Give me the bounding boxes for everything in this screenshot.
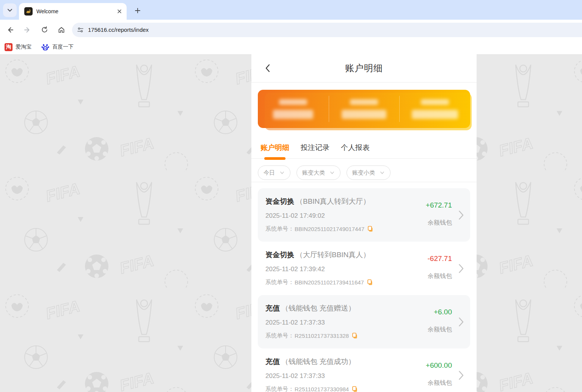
back-button[interactable] <box>4 23 17 36</box>
order-number-value: R2511021737330984 <box>295 386 349 392</box>
chevron-down-icon <box>279 170 285 175</box>
account-detail-panel: 账户明细 账户明细 投注记录 个人报表 今日 <box>251 54 477 392</box>
tab-close-icon[interactable] <box>116 8 123 15</box>
transaction-subtitle: （钱能钱包 充值成功） <box>281 358 355 365</box>
copy-icon <box>352 333 358 339</box>
transaction-row[interactable]: 资金切换（BBIN真人转到大厅） 2025-11-02 17:49:02 系统单… <box>258 188 470 242</box>
url-text: 175616.cc/reports/index <box>88 27 149 33</box>
tab-personal-report[interactable]: 个人报表 <box>341 137 370 158</box>
summary-stat-blurred <box>258 90 329 128</box>
bookmark-label: 爱淘宝 <box>16 44 31 50</box>
arrow-right-icon <box>24 26 31 34</box>
filter-minor-type-dropdown[interactable]: 账变小类 <box>347 166 391 180</box>
filter-label: 账变小类 <box>352 169 375 176</box>
chevron-right-icon <box>458 264 464 273</box>
chevron-right-icon <box>458 370 464 380</box>
chevron-down-icon <box>380 170 385 175</box>
filter-date-dropdown[interactable]: 今日 <box>258 166 290 180</box>
transaction-amount-block: +600.00 余额钱包 <box>426 361 452 387</box>
chevron-right-icon <box>458 317 464 327</box>
blurred-stat-label <box>279 99 307 105</box>
back-nav-button[interactable] <box>262 62 273 74</box>
copy-button[interactable] <box>367 279 373 286</box>
filter-label: 账变大类 <box>302 169 325 176</box>
browser-tab[interactable]: Welcome <box>19 3 127 20</box>
page-background: FIFA <box>0 54 582 392</box>
reload-button[interactable] <box>38 23 51 36</box>
bookmark-baidu[interactable]: du 百度一下 <box>41 43 74 51</box>
transaction-row[interactable]: 充值（钱能钱包 充值赠送） 2025-11-02 17:37:33 系统单号：R… <box>258 295 470 348</box>
tab-search-button[interactable] <box>3 3 17 17</box>
browser-toolbar: 175616.cc/reports/index <box>0 20 582 40</box>
wallet-label: 余额钱包 <box>428 326 452 334</box>
transaction-subtitle: （BBIN真人转到大厅） <box>296 197 370 205</box>
copy-button[interactable] <box>352 333 358 339</box>
chevron-down-icon <box>7 7 13 13</box>
tab-title: Welcome <box>36 8 116 14</box>
transaction-list: 资金切换（BBIN真人转到大厅） 2025-11-02 17:49:02 系统单… <box>251 182 477 392</box>
bookmarks-bar: 淘 爱淘宝 du 百度一下 <box>0 40 582 54</box>
transaction-amount: +672.71 <box>426 201 452 209</box>
blurred-stat-label <box>350 99 378 105</box>
transaction-type: 充值 <box>265 304 280 312</box>
transaction-amount-block: +672.71 余额钱包 <box>426 201 452 227</box>
panel-header: 账户明细 <box>251 54 477 83</box>
transaction-subtitle: （钱能钱包 充值赠送） <box>281 304 355 312</box>
plus-icon <box>135 8 141 14</box>
report-tabs: 账户明细 投注记录 个人报表 <box>251 137 477 159</box>
transaction-amount: +600.00 <box>426 361 452 370</box>
order-number-value: BBIN202511021749017447 <box>295 226 364 232</box>
copy-button[interactable] <box>367 226 373 232</box>
bookmark-taobao[interactable]: 淘 爱淘宝 <box>5 43 31 51</box>
new-tab-button[interactable] <box>133 6 143 16</box>
transaction-row[interactable]: 资金切换（大厅转到BBIN真人） 2025-11-02 17:39:42 系统单… <box>258 242 470 295</box>
filter-label: 今日 <box>264 169 275 176</box>
order-number-label: 系统单号： <box>265 332 294 339</box>
blurred-stat-value <box>342 110 386 119</box>
taobao-icon: 淘 <box>5 43 13 51</box>
filters-row: 今日 账变大类 账变小类 <box>251 159 477 182</box>
forward-button[interactable] <box>21 23 34 36</box>
copy-button[interactable] <box>352 386 358 392</box>
transaction-amount: -627.71 <box>428 255 452 263</box>
address-bar[interactable]: 175616.cc/reports/index <box>72 23 582 37</box>
wallet-label: 余额钱包 <box>428 272 452 280</box>
tab-bet-records[interactable]: 投注记录 <box>301 137 329 158</box>
wallet-label: 余额钱包 <box>426 379 452 387</box>
order-number-value: R2511021737331328 <box>295 333 349 339</box>
chevron-left-icon <box>264 64 271 73</box>
transaction-type: 资金切换 <box>265 197 294 205</box>
browser-tab-strip: Welcome <box>0 0 582 20</box>
summary-stat-blurred <box>399 90 470 128</box>
bookmark-label: 百度一下 <box>52 44 74 50</box>
baidu-paw-icon: du <box>41 43 49 51</box>
copy-icon <box>367 279 373 286</box>
chevron-right-icon <box>458 210 464 220</box>
summary-stat-blurred <box>329 90 400 128</box>
account-summary-card <box>258 90 470 128</box>
order-number-label: 系统单号： <box>265 279 294 286</box>
site-info-icon[interactable] <box>77 26 84 34</box>
transaction-type: 充值 <box>265 358 280 365</box>
wallet-label: 余额钱包 <box>426 219 452 227</box>
copy-icon <box>367 226 373 232</box>
transaction-amount-block: +6.00 余额钱包 <box>428 308 452 334</box>
transaction-amount-block: -627.71 余额钱包 <box>428 255 452 280</box>
reload-icon <box>41 26 48 33</box>
blurred-stat-value <box>412 110 458 119</box>
filter-major-type-dropdown[interactable]: 账变大类 <box>296 166 340 180</box>
blurred-stat-value <box>273 110 313 119</box>
transaction-subtitle: （大厅转到BBIN真人） <box>296 251 370 259</box>
arrow-left-icon <box>6 26 14 34</box>
page-title: 账户明细 <box>345 62 383 74</box>
transaction-row[interactable]: 充值（钱能钱包 充值成功） 2025-11-02 17:37:33 系统单号：R… <box>258 348 470 392</box>
svg-text:du: du <box>44 47 46 49</box>
home-button[interactable] <box>55 23 68 36</box>
blurred-stat-label <box>421 99 449 105</box>
order-number-label: 系统单号： <box>265 225 294 233</box>
copy-icon <box>352 386 358 392</box>
order-number-label: 系统单号： <box>265 386 294 392</box>
transaction-type: 资金切换 <box>265 251 294 259</box>
order-number-value: BBIN202511021739411647 <box>295 279 364 286</box>
tab-account-detail[interactable]: 账户明细 <box>260 137 289 158</box>
